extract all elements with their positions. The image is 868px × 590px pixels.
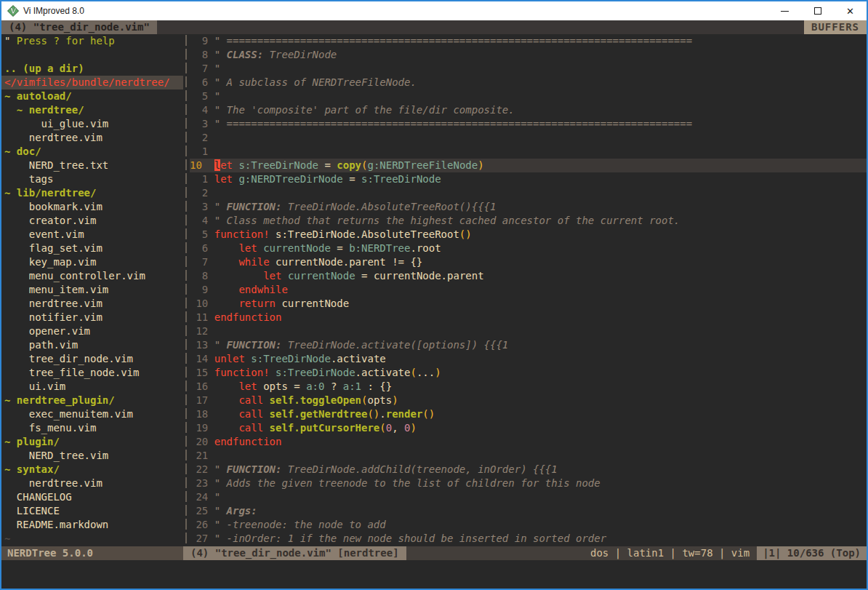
nerdtree-row[interactable]: event.vim — [1, 228, 183, 242]
editor-line[interactable]: 3" =====================================… — [190, 117, 867, 131]
editor-line[interactable]: 16 let opts = a:0 ? a:1 : {} — [190, 380, 867, 394]
editor-line[interactable]: 5" — [190, 89, 867, 103]
editor-line[interactable]: 13" FUNCTION: TreeDirNode.activate([opti… — [190, 338, 867, 352]
nerdtree-row[interactable]: flag_set.vim — [1, 242, 183, 255]
vim-logo-icon — [7, 5, 19, 17]
line-number: 2 — [190, 186, 208, 200]
nerdtree-row[interactable]: ~ autoload/ — [1, 89, 183, 103]
editor-line[interactable]: 9 endwhile — [190, 283, 867, 297]
nerdtree-row[interactable]: ~ doc/ — [1, 145, 183, 159]
editor-line[interactable]: 2 — [190, 131, 867, 145]
nerdtree-row[interactable]: bookmark.vim — [1, 200, 183, 214]
nerdtree-row[interactable]: NERD_tree.txt — [1, 159, 183, 172]
editor-line[interactable]: 19 call self.putCursorHere(0, 0) — [190, 421, 867, 435]
nerdtree-row[interactable]: ~ — [1, 532, 183, 546]
editor-line[interactable]: 1let g:NERDTreeDirNode = s:TreeDirNode — [190, 172, 867, 186]
buffers-label[interactable]: BUFFERS — [804, 20, 867, 34]
nerdtree-root-row[interactable]: </vimfiles/bundle/nerdtree/ — [1, 76, 183, 89]
line-number: 16 — [190, 380, 208, 394]
nerdtree-row[interactable]: ~ plugin/ — [1, 435, 183, 449]
nerdtree-row[interactable]: ~ syntax/ — [1, 463, 183, 477]
line-number: 3 — [190, 200, 208, 214]
editor-line[interactable]: 24" — [190, 490, 867, 504]
line-number: 18 — [190, 407, 208, 421]
nerdtree-row[interactable]: notifier.vim — [1, 311, 183, 324]
nerdtree-row[interactable]: " Press ? for help — [1, 34, 183, 48]
nerdtree-row[interactable]: creator.vim — [1, 214, 183, 228]
nerdtree-row[interactable]: key_map.vim — [1, 255, 183, 269]
editor-line[interactable]: 8" CLASS: TreeDirNode — [190, 48, 867, 62]
editor-line[interactable]: 12 — [190, 324, 867, 338]
editor-panel: 9" =====================================… — [190, 34, 867, 546]
editor-line[interactable]: 1 — [190, 145, 867, 159]
minimize-icon — [781, 11, 789, 12]
editor-line[interactable]: 5function! s:TreeDirNode.AbsoluteTreeRoo… — [190, 228, 867, 242]
line-number: 2 — [190, 131, 208, 145]
window-split-separator[interactable] — [183, 34, 190, 546]
command-line[interactable] — [1, 560, 867, 589]
nerdtree-row[interactable]: opener.vim — [1, 324, 183, 338]
tab-active[interactable]: (4) "tree_dir_node.vim" — [1, 20, 157, 34]
nerdtree-panel: " Press ? for help.. (up a dir)</vimfile… — [1, 34, 183, 546]
nerdtree-row[interactable]: fs_menu.vim — [1, 421, 183, 435]
nerdtree-row[interactable]: CHANGELOG — [1, 490, 183, 504]
editor-current-line[interactable]: 10let s:TreeDirNode = copy(g:NERDTreeFil… — [190, 159, 867, 172]
editor-line[interactable]: 25" Args: — [190, 504, 867, 518]
editor-line[interactable]: 26" -treenode: the node to add — [190, 518, 867, 532]
line-number: 3 — [190, 117, 208, 131]
editor-line[interactable]: 11endfunction — [190, 311, 867, 324]
statusline-info-segment: dos | latin1 | tw=78 | vim — [590, 546, 757, 560]
line-number: 1 — [190, 172, 208, 186]
nerdtree-row[interactable]: NERD_tree.vim — [1, 449, 183, 463]
line-number: 27 — [190, 532, 208, 546]
editor-line[interactable]: 7 while currentNode.parent != {} — [190, 255, 867, 269]
nerdtree-row[interactable]: exec_menuitem.vim — [1, 407, 183, 421]
editor-line[interactable]: 7" — [190, 62, 867, 76]
editor-line[interactable]: 17 call self.toggleOpen(opts) — [190, 394, 867, 407]
editor-line[interactable]: 14unlet s:TreeDirNode.activate — [190, 352, 867, 366]
status-line: NERDTree 5.0.0 (4) "tree_dir_node.vim" [… — [1, 546, 867, 560]
nerdtree-row[interactable]: tree_file_node.vim — [1, 366, 183, 380]
nerdtree-row[interactable]: nerdtree.vim — [1, 131, 183, 145]
nerdtree-row[interactable]: ~ nerdtree/ — [1, 103, 183, 117]
nerdtree-row[interactable]: tags — [1, 172, 183, 186]
editor-line[interactable]: 15function! s:TreeDirNode.activate(...) — [190, 366, 867, 380]
window-controls: ✕ — [768, 1, 867, 20]
editor-line[interactable]: 2 — [190, 186, 867, 200]
minimize-button[interactable] — [768, 1, 801, 20]
editor-line[interactable]: 10 return currentNode — [190, 297, 867, 311]
editor-line[interactable]: 3" FUNCTION: TreeDirNode.AbsoluteTreeRoo… — [190, 200, 867, 214]
nerdtree-row[interactable]: path.vim — [1, 338, 183, 352]
line-number: 8 — [190, 269, 208, 283]
nerdtree-row[interactable]: LICENCE — [1, 504, 183, 518]
line-number: 6 — [190, 76, 208, 89]
nerdtree-row[interactable]: ~ lib/nerdtree/ — [1, 186, 183, 200]
editor-line[interactable]: 4" Class method that returns the highest… — [190, 214, 867, 228]
editor-line[interactable]: 22" FUNCTION: TreeDirNode.addChild(treen… — [190, 463, 867, 477]
nerdtree-row[interactable]: ui.vim — [1, 380, 183, 394]
line-number: 17 — [190, 394, 208, 407]
nerdtree-row[interactable]: tree_dir_node.vim — [1, 352, 183, 366]
nerdtree-row[interactable]: README.markdown — [1, 518, 183, 532]
nerdtree-row[interactable]: nerdtree.vim — [1, 477, 183, 490]
nerdtree-row[interactable]: menu_controller.vim — [1, 269, 183, 283]
line-number: 13 — [190, 338, 208, 352]
editor-line[interactable]: 18 call self.getNerdtree().render() — [190, 407, 867, 421]
nerdtree-row[interactable]: nerdtree.vim — [1, 297, 183, 311]
editor-line[interactable]: 27" -inOrder: 1 if the new node should b… — [190, 532, 867, 546]
editor-line[interactable]: 6 let currentNode = b:NERDTree.root — [190, 242, 867, 255]
nerdtree-row[interactable]: ui_glue.vim — [1, 117, 183, 131]
editor-line[interactable]: 20endfunction — [190, 435, 867, 449]
editor-line[interactable]: 4" The 'composite' part of the file/dir … — [190, 103, 867, 117]
editor-line[interactable]: 6" A subclass of NERDTreeFileNode. — [190, 76, 867, 89]
editor-line[interactable]: 8 let currentNode = currentNode.parent — [190, 269, 867, 283]
editor-line[interactable]: 23" Adds the given treenode to the list … — [190, 477, 867, 490]
main-area: " Press ? for help.. (up a dir)</vimfile… — [1, 34, 867, 546]
editor-line[interactable]: 9" =====================================… — [190, 34, 867, 48]
editor-line[interactable]: 21 — [190, 449, 867, 463]
close-button[interactable]: ✕ — [834, 1, 867, 20]
nerdtree-row[interactable]: .. (up a dir) — [1, 62, 183, 76]
maximize-button[interactable] — [801, 1, 834, 20]
nerdtree-row[interactable]: menu_item.vim — [1, 283, 183, 297]
nerdtree-row[interactable]: ~ nerdtree_plugin/ — [1, 394, 183, 407]
